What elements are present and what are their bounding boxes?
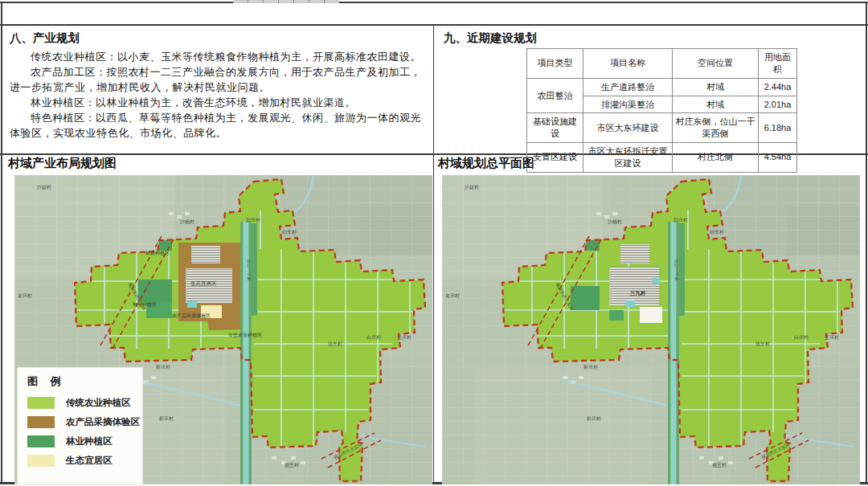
cell-area: 2.01ha (759, 96, 797, 113)
village-label: 靳庄村 (583, 364, 598, 370)
pond (653, 278, 660, 284)
cell-location: 村庄北侧 (673, 143, 759, 173)
cell-project-type: 基础设施建设 (527, 113, 583, 143)
industry-layout-map: 沙赵村 沙杨村 彭庄村 胡李村 老庄村 张辛村 白庄村 王庄村 靳庄村 郭庄村 … (14, 175, 432, 484)
subject-village-label: 三九村 (630, 290, 646, 296)
cell-project-name: 生产道路整治 (583, 78, 673, 96)
zone-label-picking: 农产品采摘体验区 (172, 312, 211, 319)
legend-swatch-picking-experience (27, 416, 55, 428)
village-label: 靳庄村 (156, 364, 170, 370)
cell-area: 2.44ha (759, 78, 797, 96)
zone-label-farming: 传统农业种植区 (228, 332, 262, 338)
col-header-project-type: 项目类型 (527, 49, 583, 79)
legend-label: 生态宜居区 (66, 455, 113, 467)
left-map-title: 村域产业布局规划图 (8, 156, 117, 171)
table-row: 农田整治 生产道路整治 村域 2.44ha (527, 78, 797, 96)
village-label: 苗王村 (712, 462, 727, 468)
village-label: 胡李村 (282, 229, 297, 235)
section8-paragraph: 传统农业种植区：以小麦、玉米等传统粮食作物种植为主，开展高标准农田建设。 (10, 49, 429, 64)
village-label: 张辛村 (755, 341, 770, 347)
master-plan-map-canvas: 沙赵村 沙杨村 彭庄村 胡李村 老庄村 张辛村 白庄村 王庄村 靳庄村 郭庄村 … (442, 175, 860, 484)
section9-heading: 九、近期建设规划 (444, 31, 537, 46)
pond (625, 300, 635, 307)
divider-columns (433, 24, 434, 484)
village-label: 彭庄村 (674, 217, 688, 223)
col-header-location: 空间位置 (673, 49, 759, 79)
legend-swatch-eco-livable (27, 455, 55, 467)
section8-heading: 八、产业规划 (10, 31, 429, 46)
section8-paragraph: 农产品加工区：按照农村一二三产业融合的发展方向，用于农产品生产及初加工，进一步拓… (10, 64, 429, 95)
border-top (0, 2, 868, 3)
cell-project-type: 安置区建设 (527, 143, 583, 173)
village-label: 彭庄村 (246, 217, 260, 223)
village-label: 苗王村 (285, 462, 299, 468)
zone-label-eco: 生态宜居区 (190, 280, 217, 287)
near-term-construction-table: 项目类型 项目名称 空间位置 用地面积 农田整治 生产道路整治 村域 2.44h… (526, 48, 797, 173)
resettlement-block (640, 307, 662, 323)
village-label: 张辛村 (328, 341, 342, 347)
legend-swatch-traditional-farming (27, 397, 55, 409)
cell-area: 4.54ha (759, 143, 797, 173)
cell-location: 村域 (673, 78, 759, 96)
village-label: 沙赵村 (36, 185, 51, 190)
map-legend: 图 例 传统农业种植区 农产品采摘体验区 林业种植区 生态宜居区 (18, 368, 142, 484)
border-right (866, 2, 867, 484)
cell-project-name: 市区大东环拆迁安置区建设 (583, 143, 673, 173)
table-row: 安置区建设 市区大东环拆迁安置区建设 村庄北侧 4.54ha (527, 143, 797, 173)
village-label: 王庄村 (396, 334, 411, 341)
legend-swatch-forestry (27, 435, 55, 447)
legend-item: 传统农业种植区 (27, 397, 142, 409)
village-label: 白庄村 (366, 334, 381, 341)
cell-location: 村域 (673, 96, 759, 113)
legend-label: 传统农业种植区 (66, 397, 131, 409)
table-row: 基础设施建设 市区大东环建设 村庄东侧，位山一干渠西侧 6.18ha (527, 113, 797, 143)
legend-item: 农产品采摘体验区 (27, 416, 142, 428)
cell-area: 6.18ha (759, 113, 797, 143)
table-header-row: 项目类型 项目名称 空间位置 用地面积 (527, 49, 797, 79)
section-industry-planning: 八、产业规划 传统农业种植区：以小麦、玉米等传统粮食作物种植为主，开展高标准农田… (10, 31, 429, 141)
cell-project-name: 市区大东环建设 (583, 113, 673, 143)
cell-location: 村庄东侧，位山一干渠西侧 (673, 113, 759, 143)
cell-project-type: 农田整治 (527, 78, 583, 113)
village-label: 郭庄村 (158, 415, 174, 422)
legend-item: 生态宜居区 (27, 455, 142, 467)
col-header-project-name: 项目名称 (583, 49, 673, 79)
village-label: 沙赵村 (464, 185, 479, 190)
zone-label-forest: 林业种植区 (145, 250, 170, 256)
legend-label: 林业种植区 (66, 435, 113, 447)
village-label: 沙杨村 (179, 219, 194, 225)
legend-label: 农产品采摘体验区 (66, 416, 140, 428)
right-map-title: 村域规划总平面图 (438, 156, 534, 171)
canal-label: 位山一干渠 (247, 259, 252, 281)
village-label: 胡李村 (710, 229, 724, 235)
border-left (1, 2, 2, 484)
adjacent-sheet-grid (233, 0, 339, 3)
col-header-area: 用地面积 (759, 49, 797, 79)
village-label: 白庄村 (794, 334, 809, 341)
canal-label: 位山一干渠 (674, 259, 679, 281)
village-label: 老庄村 (18, 292, 32, 299)
village-label: 老庄村 (445, 292, 460, 299)
plan-sheet: 八、产业规划 传统农业种植区：以小麦、玉米等传统粮食作物种植为主，开展高标准农田… (0, 0, 868, 486)
section8-paragraph: 林业种植区：以林业种植为主，改善生态环境，增加村民就业渠道。 (10, 95, 429, 110)
village-label: 沙杨村 (607, 219, 622, 225)
master-plan-map: 沙赵村 沙杨村 彭庄村 胡李村 老庄村 张辛村 白庄村 王庄村 靳庄村 郭庄村 … (442, 175, 860, 484)
village-label: 王庄村 (824, 334, 839, 341)
cell-project-name: 排灌沟渠整治 (583, 96, 673, 113)
village-label: 郭庄村 (586, 415, 601, 422)
pond (187, 301, 197, 308)
legend-title: 图 例 (27, 374, 142, 389)
section8-paragraph: 特色种植区：以西瓜、草莓等特色种植为主，发展观光、休闲、旅游为一体的观光体验区，… (10, 110, 429, 141)
divider-top-strip (0, 24, 868, 26)
legend-item: 林业种植区 (27, 435, 142, 447)
